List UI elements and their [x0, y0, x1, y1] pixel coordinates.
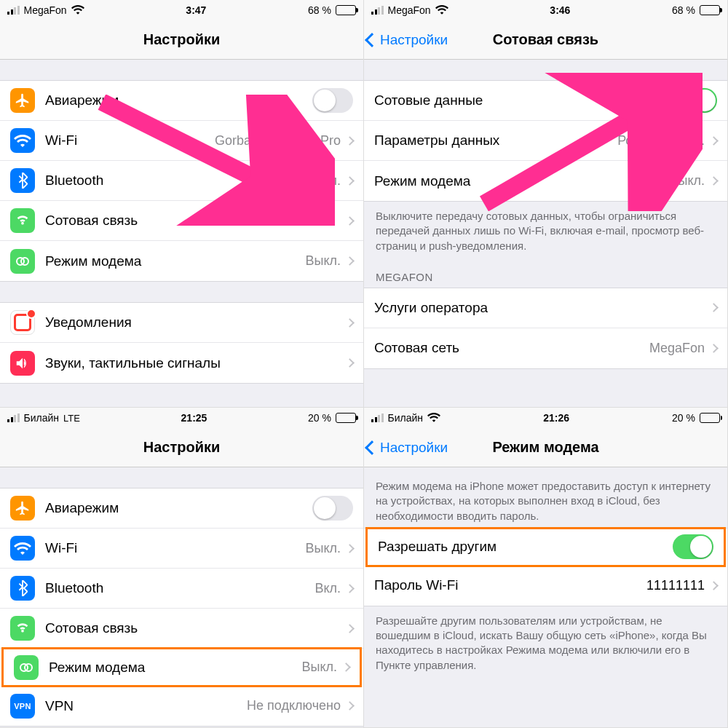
battery-pct: 68 %	[672, 4, 695, 16]
row-value: 11111111	[646, 578, 705, 593]
status-time: 21:25	[181, 412, 207, 424]
row-value: Выкл.	[305, 541, 341, 556]
airplane-icon	[10, 496, 35, 521]
chevron-icon	[341, 662, 351, 672]
row-hotspot[interactable]: Режим модема Выкл.	[1, 647, 362, 687]
carrier-label: Билайн	[388, 412, 424, 424]
carrier-label: MegaFon	[24, 4, 67, 16]
row-value: MegaFon	[649, 341, 705, 356]
settings-group-network: Авиарежим Wi-Fi Выкл. Bluetooth Вкл. Сот…	[0, 488, 363, 727]
row-carrier-services[interactable]: Услуги оператора	[364, 288, 727, 328]
back-button[interactable]: Настройки	[367, 32, 448, 48]
bluetooth-icon	[10, 168, 35, 193]
row-label: Режим модема	[45, 253, 141, 269]
nav-header: Настройки	[0, 20, 363, 60]
row-wifi[interactable]: Wi-Fi Gorban MacBook Pro	[0, 121, 363, 161]
battery-pct: 20 %	[308, 412, 331, 424]
back-button[interactable]: Настройки	[367, 440, 448, 456]
row-airplane[interactable]: Авиарежим	[0, 81, 363, 121]
toggle-airplane[interactable]	[312, 88, 353, 113]
row-cellular[interactable]: Сотовая связь	[0, 201, 363, 241]
carrier-label: Билайн	[24, 412, 60, 424]
row-label: Сотовая связь	[45, 213, 138, 229]
cellular-group: Сотовые данные Параметры данных Роуминг …	[364, 80, 727, 202]
row-label: Режим модема	[49, 660, 145, 676]
page-title: Режим модема	[492, 439, 598, 456]
chevron-icon	[345, 136, 355, 146]
chevron-icon	[345, 176, 355, 186]
battery-icon	[700, 413, 720, 423]
page-title: Настройки	[143, 31, 221, 48]
footer-help: Выключите передачу сотовых данных, чтобы…	[364, 202, 727, 258]
status-time: 3:46	[550, 4, 570, 16]
status-bar: Билайн 21:26 20 %	[364, 408, 727, 428]
hotspot-icon	[14, 655, 39, 680]
nav-header: Настройки	[0, 428, 363, 467]
row-label: Сотовая сеть	[374, 340, 459, 356]
row-sounds[interactable]: Звуки, тактильные сигналы	[0, 343, 363, 383]
carrier-label: MegaFon	[388, 4, 431, 16]
row-hotspot[interactable]: Режим модема Выкл.	[0, 241, 363, 281]
row-value: Роуминг выкл.	[617, 133, 705, 149]
network-type: LTE	[63, 413, 80, 424]
row-cellular-data[interactable]: Сотовые данные	[364, 81, 727, 121]
battery-icon	[700, 5, 720, 15]
row-bluetooth[interactable]: Bluetooth Вкл.	[0, 161, 363, 201]
status-time: 21:26	[543, 412, 569, 424]
bluetooth-icon	[10, 576, 35, 601]
airplane-icon	[10, 88, 35, 113]
chevron-icon	[709, 581, 719, 590]
row-notifications[interactable]: Уведомления	[0, 303, 363, 343]
hotspot-icon	[10, 249, 35, 274]
row-value: Выкл.	[301, 660, 337, 675]
row-wifi[interactable]: Wi-Fi Выкл.	[0, 529, 363, 569]
row-label: Wi-Fi	[45, 132, 77, 149]
wifi-icon	[71, 4, 84, 17]
signal-icon	[7, 414, 20, 422]
wifi-icon	[435, 4, 448, 17]
row-label: VPN	[45, 698, 74, 714]
row-hotspot[interactable]: Режим модема Выкл.	[364, 161, 727, 201]
row-label: Авиарежим	[45, 500, 119, 516]
row-label: Звуки, тактильные сигналы	[45, 355, 221, 371]
hotspot-group: Разрешать другим Пароль Wi-Fi 11111111	[364, 528, 727, 606]
battery-pct: 68 %	[308, 4, 331, 16]
battery-pct: 20 %	[672, 412, 695, 424]
row-label: Wi-Fi	[45, 540, 77, 556]
chevron-icon	[345, 701, 355, 711]
toggle-airplane[interactable]	[312, 496, 353, 521]
battery-icon	[336, 5, 356, 15]
screen-cellular: MegaFon 3:46 68 % Настройки Сотовая связ…	[364, 0, 728, 408]
row-wifi-password[interactable]: Пароль Wi-Fi 11111111	[364, 566, 727, 606]
status-time: 3:47	[186, 4, 206, 16]
sounds-icon	[10, 351, 35, 376]
row-label: Режим модема	[374, 173, 470, 189]
row-data-options[interactable]: Параметры данных Роуминг выкл.	[364, 121, 727, 161]
footer-help: Разрешайте другим пользователям или устр…	[364, 606, 727, 677]
chevron-back-icon	[365, 33, 379, 47]
nav-header: Настройки Режим модема	[364, 428, 727, 467]
row-cellular-network[interactable]: Сотовая сеть MegaFon	[364, 328, 727, 368]
toggle-allow-others[interactable]	[673, 534, 713, 559]
row-bluetooth[interactable]: Bluetooth Вкл.	[0, 569, 363, 609]
settings-group-alerts: Уведомления Звуки, тактильные сигналы	[0, 302, 363, 384]
row-cellular[interactable]: Сотовая связь	[0, 609, 363, 649]
toggle-cellular-data[interactable]	[676, 88, 717, 113]
row-allow-others[interactable]: Разрешать другим	[365, 527, 726, 567]
row-label: Уведомления	[45, 314, 132, 331]
notifications-icon	[10, 310, 35, 335]
status-bar: MegaFon 3:47 68 %	[0, 0, 363, 20]
row-value: Gorban MacBook Pro	[215, 133, 341, 149]
row-airplane[interactable]: Авиарежим	[0, 488, 363, 529]
signal-icon	[7, 6, 20, 15]
row-label: Bluetooth	[45, 173, 103, 189]
row-vpn[interactable]: VPN VPN Не подключено	[0, 686, 363, 726]
vpn-icon: VPN	[10, 694, 35, 719]
row-label: Разрешать другим	[378, 539, 496, 555]
settings-group-network: Авиарежим Wi-Fi Gorban MacBook Pro Bluet…	[0, 80, 363, 282]
row-label: Авиарежим	[45, 92, 119, 108]
wifi-icon	[10, 536, 35, 561]
row-value: Выкл.	[305, 253, 341, 269]
chevron-back-icon	[365, 440, 379, 455]
page-title: Сотовая связь	[493, 31, 598, 48]
